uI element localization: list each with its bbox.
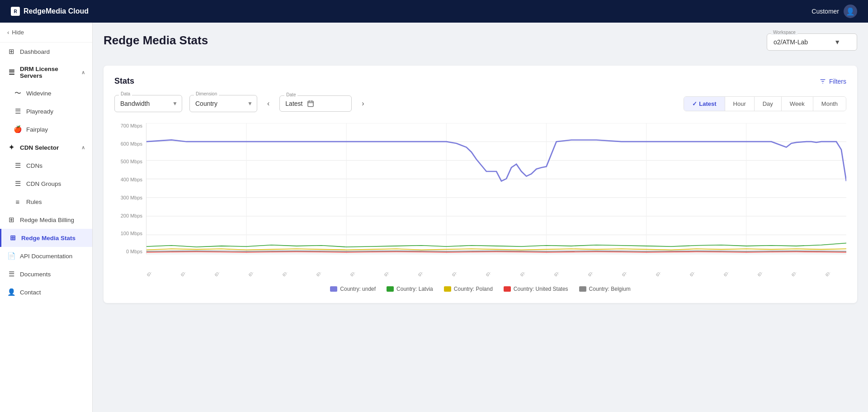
- user-avatar[interactable]: 👤: [844, 5, 857, 18]
- legend-belgium: Country: Belgium: [579, 286, 631, 292]
- legend-label-belgium: Country: Belgium: [589, 286, 631, 292]
- legend-undef: Country: undef: [330, 286, 376, 292]
- filters-button[interactable]: Filters: [819, 78, 846, 85]
- hide-sidebar-button[interactable]: ‹ Hide: [0, 23, 92, 43]
- brand-logo: R RedgeMedia Cloud: [11, 7, 89, 16]
- chevron-left-icon: ‹: [7, 29, 9, 36]
- x-label: 07-09 10:20: [655, 272, 674, 277]
- y-label-500: 500 Mbps: [121, 159, 142, 164]
- x-label: 07-09 00:20: [383, 272, 402, 277]
- sidebar-item-cdn-groups[interactable]: ☰ CDN Groups: [0, 175, 92, 193]
- x-label: 07-09 07:50: [587, 272, 606, 277]
- sidebar-item-label: Redge Media Stats: [21, 235, 75, 242]
- fairplay-icon: 🍎: [14, 125, 22, 133]
- drm-icon: ☰: [7, 68, 15, 76]
- sidebar: ‹ Hide ⊞ Dashboard ☰ DRM License Servers…: [0, 23, 93, 412]
- bandwidth-chart: 700 Mbps 600 Mbps 500 Mbps 400 Mbps 300 …: [114, 123, 846, 268]
- sidebar-item-label: CDN Groups: [26, 180, 61, 187]
- x-label: 07-08 21:50: [316, 272, 334, 277]
- billing-icon: ⊞: [7, 216, 15, 224]
- sidebar-item-label: Contact: [20, 289, 41, 296]
- sidebar-item-documents[interactable]: ☰ Documents: [0, 265, 92, 283]
- logo-icon: R: [11, 7, 20, 16]
- x-label: 07-09 01:50: [417, 272, 436, 277]
- documents-icon: ☰: [7, 270, 15, 278]
- rules-icon: ≡: [14, 198, 22, 206]
- workspace-chevron-icon: ▼: [834, 38, 840, 46]
- poland-line: [146, 249, 846, 250]
- time-buttons: ✓ Latest Hour Day Week Month: [684, 96, 846, 111]
- sidebar-item-cdn-selector[interactable]: ✦ CDN Selector ∧: [0, 138, 92, 156]
- date-label: Date: [284, 92, 297, 97]
- chart-area: [146, 123, 846, 254]
- dimension-field: Dimension Country CDN Region ▼: [189, 95, 257, 112]
- chevron-up-icon: ∧: [81, 70, 85, 76]
- sidebar-item-label: API Documentation: [20, 253, 72, 260]
- legend-color-latvia: [387, 286, 394, 292]
- topnav-right: Customer 👤: [811, 5, 857, 18]
- date-prev-button[interactable]: ‹: [264, 99, 272, 109]
- controls-row: Data Bandwidth Requests ▼ Dimension Coun…: [114, 95, 846, 112]
- legend-color-undef: [330, 286, 337, 292]
- date-next-button[interactable]: ›: [359, 99, 367, 109]
- main-content: Redge Media Stats Workspace o2/ATM-Lab ▼…: [93, 23, 868, 412]
- check-icon: ✓: [692, 100, 697, 107]
- x-label: 07-09 12:50: [723, 272, 741, 277]
- chart-svg: [146, 123, 846, 254]
- time-btn-day[interactable]: Day: [755, 97, 782, 111]
- x-label: 07-09 11:20: [689, 272, 708, 277]
- sidebar-item-contact[interactable]: 👤 Contact: [0, 283, 92, 301]
- sidebar-item-label: Playready: [26, 108, 53, 115]
- sidebar-item-label: Documents: [20, 271, 51, 278]
- time-btn-latest[interactable]: ✓ Latest: [684, 97, 725, 111]
- date-value: Latest: [285, 100, 302, 107]
- workspace-selector[interactable]: Workspace o2/ATM-Lab ▼: [767, 33, 857, 51]
- x-label: 07-08 20:20: [282, 272, 300, 277]
- x-label: 07-09 03:50: [485, 272, 504, 277]
- dimension-select[interactable]: Country CDN Region: [189, 95, 257, 112]
- sidebar-item-rules[interactable]: ≡ Rules: [0, 193, 92, 211]
- cdn-groups-icon: ☰: [14, 180, 22, 188]
- x-label: 07-09 08:50: [621, 272, 640, 277]
- date-field[interactable]: Date Latest: [279, 95, 352, 112]
- dashboard-icon: ⊞: [7, 47, 15, 56]
- time-btn-month[interactable]: Month: [813, 97, 846, 111]
- sidebar-item-billing[interactable]: ⊞ Redge Media Billing: [0, 211, 92, 229]
- y-label-700: 700 Mbps: [121, 123, 142, 128]
- x-label: 07-09 06:20: [553, 272, 572, 277]
- y-label-600: 600 Mbps: [121, 141, 142, 147]
- sidebar-item-stats[interactable]: ⊞ Redge Media Stats: [0, 229, 92, 247]
- legend-color-us: [504, 286, 511, 292]
- workspace-label: Workspace: [771, 30, 797, 35]
- brand-text: RedgeMedia Cloud: [24, 7, 89, 15]
- time-btn-hour[interactable]: Hour: [725, 97, 755, 111]
- sidebar-item-label: Widevine: [26, 90, 52, 97]
- dimension-label: Dimension: [194, 91, 219, 96]
- sidebar-item-playready[interactable]: ☰ Playready: [0, 102, 92, 120]
- chevron-up-icon: ∧: [81, 145, 85, 151]
- x-label: 07-09 13:50: [757, 272, 775, 277]
- x-label: 07-09 05:20: [519, 272, 538, 277]
- chart-legend: Country: undef Country: Latvia Country: …: [114, 286, 846, 292]
- sidebar-item-api-docs[interactable]: 📄 API Documentation: [0, 247, 92, 265]
- sidebar-item-fairplay[interactable]: 🍎 Fairplay: [0, 120, 92, 138]
- sidebar-item-widevine[interactable]: 〜 Widevine: [0, 84, 92, 102]
- data-select[interactable]: Bandwidth Requests: [114, 95, 182, 112]
- time-btn-week[interactable]: Week: [782, 97, 813, 111]
- x-label: 07-09 02:50: [451, 272, 470, 277]
- y-label-0: 0 Mbps: [126, 249, 142, 254]
- x-label: 07-08 18:20: [214, 272, 232, 277]
- y-label-100: 100 Mbps: [121, 231, 142, 236]
- sidebar-item-cdns[interactable]: ☰ CDNs: [0, 156, 92, 175]
- api-docs-icon: 📄: [7, 252, 15, 260]
- sidebar-item-drm[interactable]: ☰ DRM License Servers ∧: [0, 61, 92, 84]
- legend-label-undef: Country: undef: [340, 286, 376, 292]
- sidebar-item-dashboard[interactable]: ⊞ Dashboard: [0, 43, 92, 61]
- sidebar-item-label: CDN Selector: [20, 144, 59, 151]
- page-title: Redge Media Stats: [104, 33, 208, 47]
- sidebar-item-label: Dashboard: [20, 48, 50, 55]
- workspace-value: o2/ATM-Lab: [774, 38, 808, 46]
- x-label: 07-08 17:20: [180, 272, 198, 277]
- top-navigation: R RedgeMedia Cloud Customer 👤: [0, 0, 868, 23]
- playready-icon: ☰: [14, 107, 22, 115]
